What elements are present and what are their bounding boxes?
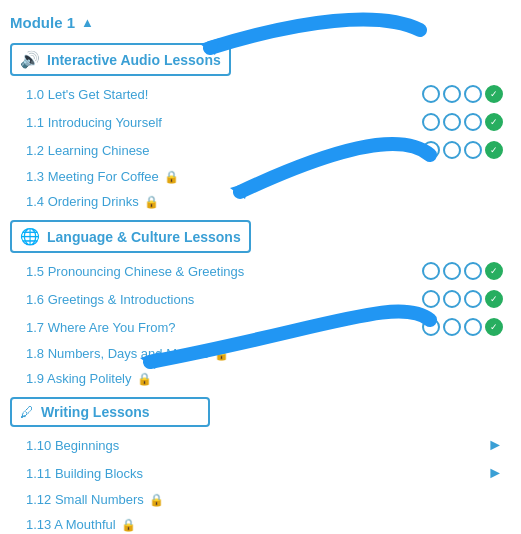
lock-icon: 🔒 [144,195,159,209]
list-item[interactable]: 1.3 Meeting For Coffee 🔒 [10,164,511,189]
status-circle-1 [422,262,440,280]
list-item[interactable]: 1.10 Beginnings ► [10,431,511,459]
section-audio-header[interactable]: 🔊 Interactive Audio Lessons [10,43,231,76]
globe-icon: 🌐 [20,227,40,246]
status-circle-1 [422,141,440,159]
status-circle-2 [443,290,461,308]
status-circle-1 [422,318,440,336]
list-item[interactable]: 1.5 Pronouncing Chinese & Greetings ✓ [10,257,511,285]
status-icons: ✓ [422,141,503,159]
lock-icon: 🔒 [164,170,179,184]
status-circle-2 [443,85,461,103]
status-circle-2 [443,113,461,131]
status-circle-4: ✓ [485,85,503,103]
lesson-title: 1.0 Let's Get Started! [26,87,148,102]
status-circle-4: ✓ [485,262,503,280]
lesson-title: 1.7 Where Are You From? [26,320,176,335]
list-item[interactable]: 1.4 Ordering Drinks 🔒 [10,189,511,214]
status-icons: ✓ [422,113,503,131]
list-item[interactable]: 1.7 Where Are You From? ✓ [10,313,511,341]
lesson-title: 1.9 Asking Politely [26,371,132,386]
audio-icon: 🔊 [20,50,40,69]
status-circle-4: ✓ [485,318,503,336]
status-circle-4: ✓ [485,141,503,159]
status-circle-4: ✓ [485,290,503,308]
status-circle-3 [464,141,482,159]
list-item[interactable]: 1.1 Introducing Yourself ✓ [10,108,511,136]
list-item[interactable]: 1.12 Small Numbers 🔒 [10,487,511,512]
section-culture: 🌐 Language & Culture Lessons 1.5 Pronoun… [10,220,511,391]
lesson-title: 1.2 Learning Chinese [26,143,150,158]
lock-icon: 🔒 [149,493,164,507]
lesson-title: 1.11 Building Blocks [26,466,143,481]
status-icons: ✓ [422,290,503,308]
lesson-title: 1.1 Introducing Yourself [26,115,162,130]
list-item[interactable]: 1.2 Learning Chinese ✓ [10,136,511,164]
list-item[interactable]: 1.0 Let's Get Started! ✓ [10,80,511,108]
status-circle-1 [422,85,440,103]
status-circle-3 [464,85,482,103]
list-item[interactable]: 1.6 Greetings & Introductions ✓ [10,285,511,313]
status-circle-3 [464,262,482,280]
status-circle-1 [422,290,440,308]
progress-arrow: ► [487,436,503,454]
section-audio-label: Interactive Audio Lessons [47,52,221,68]
list-item[interactable]: 1.9 Asking Politely 🔒 [10,366,511,391]
progress-arrow: ► [487,464,503,482]
status-icons: ✓ [422,318,503,336]
lesson-title: 1.13 A Mouthful [26,517,116,532]
status-circle-3 [464,113,482,131]
section-audio: 🔊 Interactive Audio Lessons 1.0 Let's Ge… [10,43,511,214]
lock-icon: 🔒 [214,347,229,361]
lesson-title: 1.8 Numbers, Days and Months [26,346,209,361]
writing-icon: 🖊 [20,404,34,420]
section-culture-header[interactable]: 🌐 Language & Culture Lessons [10,220,251,253]
lock-icon: 🔒 [121,518,136,532]
status-circle-4: ✓ [485,113,503,131]
lesson-title: 1.5 Pronouncing Chinese & Greetings [26,264,244,279]
status-circle-1 [422,113,440,131]
section-culture-label: Language & Culture Lessons [47,229,241,245]
status-icons: ✓ [422,262,503,280]
section-writing: 🖊 Writing Lessons 1.10 Beginnings ► 1.11… [10,397,511,534]
list-item[interactable]: 1.11 Building Blocks ► [10,459,511,487]
status-circle-2 [443,262,461,280]
module-1: Module 1 ▲ 🔊 Interactive Audio Lessons 1… [10,8,511,534]
status-circle-3 [464,290,482,308]
status-circle-3 [464,318,482,336]
module-1-header[interactable]: Module 1 ▲ [10,8,511,37]
lesson-title: 1.10 Beginnings [26,438,119,453]
list-item[interactable]: 1.8 Numbers, Days and Months 🔒 [10,341,511,366]
status-icons: ► [487,464,503,482]
status-icons: ✓ [422,85,503,103]
module-1-chevron: ▲ [81,15,94,30]
lock-icon: 🔒 [137,372,152,386]
lesson-title: 1.3 Meeting For Coffee [26,169,159,184]
lesson-title: 1.12 Small Numbers [26,492,144,507]
section-writing-header[interactable]: 🖊 Writing Lessons [10,397,210,427]
list-item[interactable]: 1.13 A Mouthful 🔒 [10,512,511,534]
lesson-title: 1.4 Ordering Drinks [26,194,139,209]
status-icons: ► [487,436,503,454]
status-circle-2 [443,318,461,336]
section-writing-label: Writing Lessons [41,404,150,420]
lesson-title: 1.6 Greetings & Introductions [26,292,194,307]
status-circle-2 [443,141,461,159]
module-1-label: Module 1 [10,14,75,31]
